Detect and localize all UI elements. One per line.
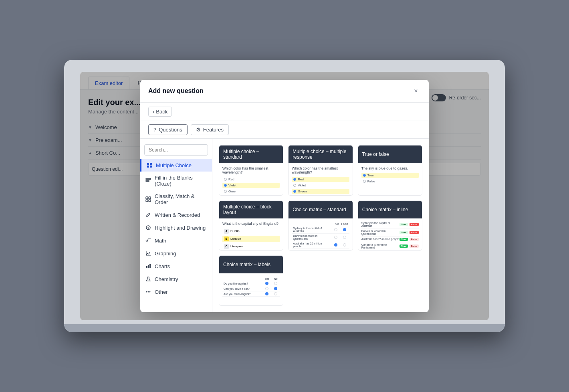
true-badge-active: True xyxy=(400,244,408,248)
card-matrix-inline[interactable]: Choice matrix – inline Sydney is the cap… xyxy=(358,200,422,251)
dot-empty xyxy=(334,236,337,239)
card-mc-standard-header: Multiple choice – standard xyxy=(219,145,283,163)
svg-rect-4 xyxy=(146,178,151,180)
question-type-sidebar: Multiple Choice Fill in the Blanks (Clo xyxy=(140,139,212,312)
dot-empty xyxy=(274,292,277,295)
sidebar-item-charts[interactable]: Charts xyxy=(140,260,212,273)
dot-empty xyxy=(334,228,337,231)
option-true: True xyxy=(361,173,419,178)
checkbox-icon xyxy=(293,184,296,187)
matrix-row: Do you like apples? xyxy=(222,281,280,286)
card-mc-multiple[interactable]: Multiple choice – multiple response Whic… xyxy=(288,145,353,196)
editor-background: Exam editor Preview Edit your ex... Mana… xyxy=(80,72,489,320)
sqrt-icon xyxy=(145,237,151,244)
matrix-table: True False Sydney is the capital of Aust… xyxy=(292,222,349,251)
dot-empty xyxy=(343,236,346,239)
modal-type-tabs: ? Questions ⚙ Features xyxy=(140,121,429,139)
features-icon: ⚙ xyxy=(196,127,201,133)
card-matrix-standard[interactable]: Choice matrix – standard True False xyxy=(288,200,353,251)
matrix-row: Sydney is the capital of Australia xyxy=(292,226,349,234)
dot-filled xyxy=(343,228,346,231)
card-mc-block-preview: What is the capital city of England? A D… xyxy=(219,218,283,251)
svg-point-19 xyxy=(149,291,151,293)
svg-rect-9 xyxy=(149,200,151,202)
svg-rect-0 xyxy=(147,163,149,165)
svg-point-17 xyxy=(146,291,147,293)
sidebar-item-fill-blanks[interactable]: Fill in the Blanks (Cloze) xyxy=(140,172,212,190)
matrix-row: Canberra has over 2 million people xyxy=(292,249,349,251)
back-arrow-icon: ‹ xyxy=(153,109,154,115)
radio-icon xyxy=(363,174,366,177)
option-false: False xyxy=(361,179,419,184)
option-green: Green xyxy=(222,189,280,194)
pencil-icon xyxy=(145,212,151,218)
true-badge: True xyxy=(400,231,408,234)
sidebar-item-math[interactable]: Math xyxy=(140,234,212,247)
svg-rect-14 xyxy=(148,265,149,268)
card-matrix-standard-preview: True False Sydney is the capital of Aust… xyxy=(289,218,352,251)
add-question-modal: Add new question × ‹ Back ? xyxy=(140,80,429,312)
card-matrix-inline-header: Choice matrix – inline xyxy=(358,201,422,218)
true-badge: True xyxy=(400,223,408,226)
svg-rect-8 xyxy=(146,200,148,202)
radio-icon xyxy=(224,190,227,193)
matrix-row: Darwin is located in Queensland xyxy=(292,233,349,241)
laptop-shell: Exam editor Preview Edit your ex... Mana… xyxy=(64,60,505,332)
card-mc-standard[interactable]: Multiple choice – standard Which color h… xyxy=(219,145,283,196)
option-red: Red xyxy=(222,177,280,182)
sidebar-item-highlight[interactable]: Highlight and Drawing xyxy=(140,221,212,234)
chart-bar-icon xyxy=(145,263,151,269)
back-button[interactable]: ‹ Back xyxy=(148,107,172,117)
modal-overlay: Add new question × ‹ Back ? xyxy=(80,72,489,320)
sidebar-item-graphing[interactable]: Graphing xyxy=(140,247,212,260)
search-input[interactable] xyxy=(144,144,208,156)
dot-filled xyxy=(265,282,268,285)
radio-icon xyxy=(363,180,366,183)
dot-empty xyxy=(343,243,346,247)
tab-questions[interactable]: ? Questions xyxy=(148,124,188,135)
option-green-checked: Green xyxy=(292,189,349,194)
dot-empty xyxy=(274,282,277,285)
svg-rect-6 xyxy=(146,197,148,199)
card-matrix-labels[interactable]: Choice matrix – labels Yes No xyxy=(219,255,283,306)
laptop-screen: Exam editor Preview Edit your ex... Mana… xyxy=(80,72,489,320)
sidebar-item-chemistry[interactable]: Chemistry xyxy=(140,273,212,285)
modal-nav: ‹ Back xyxy=(140,103,429,121)
svg-rect-2 xyxy=(147,166,149,168)
card-matrix-labels-preview: Yes No Do you like apples? xyxy=(219,273,283,306)
sidebar-item-other[interactable]: Other xyxy=(140,285,212,298)
sidebar-item-classify[interactable]: Classify, Match & Order xyxy=(140,190,212,208)
classify-icon xyxy=(145,196,151,202)
tab-features[interactable]: ⚙ Features xyxy=(191,124,229,135)
checkbox-icon xyxy=(293,178,296,181)
card-true-false-header: True or false xyxy=(358,145,422,163)
dot-empty xyxy=(265,287,268,290)
question-type-grid: Multiple choice – standard Which color h… xyxy=(212,139,429,312)
false-badge: False xyxy=(410,244,419,248)
svg-rect-7 xyxy=(149,197,151,199)
card-true-false[interactable]: True or false The sky is blue due to gas… xyxy=(358,145,422,196)
grid-icon xyxy=(146,162,153,168)
false-badge-active: False xyxy=(410,231,419,234)
option-red-checked: Red xyxy=(292,177,349,182)
option-violet-unchecked: Violet xyxy=(292,183,349,188)
inline-row: Sydney is the capital of Australia True … xyxy=(361,222,419,228)
laptop-base xyxy=(64,324,505,332)
sidebar-item-multiple-choice[interactable]: Multiple Choice xyxy=(140,159,212,172)
card-true-false-preview: The sky is blue due to gases. True False xyxy=(358,163,422,196)
matrix-row: Are you multi-lingual? xyxy=(222,291,280,297)
svg-point-10 xyxy=(146,226,150,230)
question-icon: ? xyxy=(153,127,156,133)
inline-row: Canberra is home to Parliament True Fals… xyxy=(361,243,419,250)
dot-filled xyxy=(274,287,277,290)
svg-rect-5 xyxy=(146,180,149,182)
card-matrix-standard-header: Choice matrix – standard xyxy=(289,201,352,218)
card-mc-standard-preview: Which color has the smallest wavelength?… xyxy=(219,163,283,196)
sidebar-item-written[interactable]: Written & Recorded xyxy=(140,208,212,221)
card-matrix-inline-preview: Sydney is the capital of Australia True … xyxy=(358,218,422,251)
checkbox-icon xyxy=(293,190,296,193)
card-mc-block[interactable]: Multiple choice – block layout What is t… xyxy=(219,200,283,251)
close-button[interactable]: × xyxy=(411,86,421,96)
card-mc-multiple-preview: Which color has the smallest wavelength?… xyxy=(289,163,352,196)
matrix-row: Can you drive a car? xyxy=(222,286,280,291)
